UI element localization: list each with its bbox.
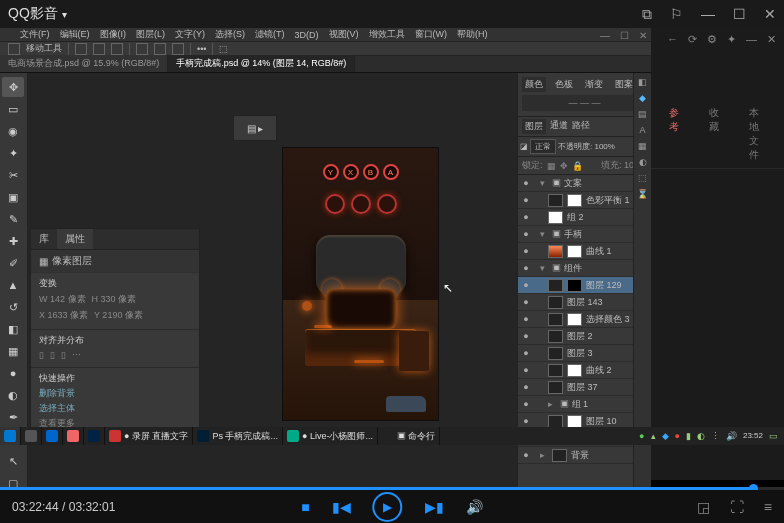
- rail-icon[interactable]: A: [639, 125, 645, 135]
- height-field[interactable]: H 330 像素: [92, 293, 137, 306]
- opacity-field[interactable]: 不透明度: 100%: [558, 141, 615, 152]
- tray-icon[interactable]: ◆: [662, 431, 669, 441]
- taskbar-item[interactable]: ● 录屏 直播文字: [105, 427, 193, 445]
- align-icon[interactable]: ▯: [39, 350, 44, 360]
- side-tab[interactable]: 参考: [669, 106, 679, 162]
- layer-row[interactable]: ●▾▣ 组件: [518, 260, 651, 277]
- tray-icon[interactable]: ●: [639, 431, 644, 441]
- ps-close-icon[interactable]: ✕: [639, 30, 647, 41]
- side-tab[interactable]: 本地文件: [749, 106, 766, 162]
- tool-preset-icon[interactable]: [8, 43, 20, 55]
- lasso-tool-icon[interactable]: ◉: [2, 121, 24, 141]
- wifi-icon[interactable]: ⋮: [711, 431, 720, 441]
- menu-item[interactable]: 滤镜(T): [255, 28, 285, 41]
- rail-icon[interactable]: ◐: [639, 157, 647, 167]
- rail-icon[interactable]: ⌛: [637, 189, 648, 199]
- menu-item[interactable]: 增效工具: [369, 28, 405, 41]
- layer-row[interactable]: ●图层 37: [518, 379, 651, 396]
- width-field[interactable]: W 142 像素: [39, 293, 86, 306]
- color-panel-tab[interactable]: 颜色: [522, 77, 546, 92]
- visibility-icon[interactable]: ●: [520, 382, 532, 392]
- next-button[interactable]: ▶▮: [425, 499, 444, 515]
- frame-tool-icon[interactable]: ▣: [2, 187, 24, 207]
- gradient-tool-icon[interactable]: ▦: [2, 341, 24, 361]
- x-field[interactable]: X 1633 像素: [39, 309, 88, 322]
- menu-item[interactable]: 帮助(H): [457, 28, 488, 41]
- fullscreen-button[interactable]: ⛶: [730, 499, 744, 515]
- visibility-icon[interactable]: ●: [520, 280, 532, 290]
- layer-row[interactable]: ●曲线 2: [518, 362, 651, 379]
- pen-tool-icon[interactable]: ✒: [2, 407, 24, 427]
- align-left-icon[interactable]: [75, 43, 87, 55]
- ps-min-icon[interactable]: —: [600, 30, 610, 41]
- menu-item[interactable]: 图像(I): [100, 28, 127, 41]
- visibility-icon[interactable]: ●: [520, 246, 532, 256]
- align-center-icon[interactable]: [93, 43, 105, 55]
- layer-row[interactable]: ●▸▣ 组 1: [518, 396, 651, 413]
- document-tab[interactable]: 电商场景合成.psd @ 15.9% (RGB/8#): [0, 55, 168, 72]
- history-brush-icon[interactable]: ↺: [2, 297, 24, 317]
- expand-icon[interactable]: ▾: [540, 263, 548, 273]
- expand-icon[interactable]: ▸: [548, 399, 556, 409]
- menu-item[interactable]: 编辑(E): [60, 28, 90, 41]
- tab-properties[interactable]: 属性: [57, 229, 93, 249]
- visibility-icon[interactable]: ●: [520, 212, 532, 222]
- remove-bg-button[interactable]: 删除背景: [39, 387, 191, 400]
- ps-max-icon[interactable]: ☐: [620, 30, 629, 41]
- gear-icon[interactable]: ⚙: [707, 33, 717, 46]
- marquee-tool-icon[interactable]: ▭: [2, 99, 24, 119]
- brush-tool-icon[interactable]: ✐: [2, 253, 24, 273]
- layer-row[interactable]: ●选择颜色 3: [518, 311, 651, 328]
- taskbar-item[interactable]: [42, 427, 63, 445]
- stamp-tool-icon[interactable]: ▲: [2, 275, 24, 295]
- layer-row[interactable]: ●图层 3: [518, 345, 651, 362]
- rail-icon[interactable]: ◆: [639, 93, 646, 103]
- rail-icon[interactable]: ◧: [638, 77, 647, 87]
- lock-all-icon[interactable]: 🔒: [572, 161, 583, 171]
- path-tool-icon[interactable]: ↖: [2, 451, 24, 471]
- layer-row[interactable]: ●图层 2: [518, 328, 651, 345]
- stop-button[interactable]: ■: [301, 499, 309, 515]
- layer-row[interactable]: ●色彩平衡 1: [518, 192, 651, 209]
- min-icon[interactable]: —: [746, 33, 757, 45]
- menu-item[interactable]: 文字(Y): [175, 28, 205, 41]
- playlist-button[interactable]: ≡: [764, 499, 772, 515]
- tray-icon[interactable]: ▴: [651, 431, 656, 441]
- layers-tab[interactable]: 路径: [572, 119, 590, 134]
- color-panel-tab[interactable]: 色板: [552, 77, 576, 92]
- play-button[interactable]: ▶: [373, 492, 403, 522]
- visibility-icon[interactable]: ●: [520, 263, 532, 273]
- dodge-tool-icon[interactable]: ◐: [2, 385, 24, 405]
- heal-tool-icon[interactable]: ✚: [2, 231, 24, 251]
- eraser-tool-icon[interactable]: ◧: [2, 319, 24, 339]
- wand-tool-icon[interactable]: ✦: [2, 143, 24, 163]
- player-title[interactable]: QQ影音 ▾: [8, 5, 67, 23]
- maximize-icon[interactable]: ☐: [733, 6, 746, 23]
- close-icon[interactable]: ✕: [764, 6, 776, 23]
- visibility-icon[interactable]: ●: [520, 195, 532, 205]
- layer-filter-icon[interactable]: ◪: [520, 142, 528, 151]
- blend-mode-select[interactable]: 正常: [530, 139, 556, 154]
- color-panel-tab[interactable]: 渐变: [582, 77, 606, 92]
- lock-pixels-icon[interactable]: ▦: [547, 161, 556, 171]
- align-right-icon[interactable]: [111, 43, 123, 55]
- 3d-mode-icon[interactable]: ⬚: [219, 44, 228, 54]
- more-icon[interactable]: ⋯: [72, 350, 81, 360]
- prev-button[interactable]: ▮◀: [332, 499, 351, 515]
- taskbar-item[interactable]: [0, 427, 21, 445]
- more-icon[interactable]: •••: [197, 44, 206, 54]
- refresh-icon[interactable]: ⟳: [688, 33, 697, 46]
- menu-item[interactable]: 3D(D): [295, 30, 319, 40]
- pip-icon[interactable]: ⧉: [642, 6, 652, 23]
- align-top-icon[interactable]: [136, 43, 148, 55]
- taskbar-item[interactable]: ▣ 命令行: [378, 427, 441, 445]
- move-tool-icon[interactable]: ✥: [2, 77, 24, 97]
- tray-icon[interactable]: ●: [675, 431, 680, 441]
- taskbar-item[interactable]: Ps 手柄完成稿...: [193, 427, 283, 445]
- rail-icon[interactable]: ▦: [638, 141, 647, 151]
- eyedrop-tool-icon[interactable]: ✎: [2, 209, 24, 229]
- layer-row[interactable]: ●曲线 1: [518, 243, 651, 260]
- layers-tab[interactable]: 图层: [522, 119, 546, 134]
- menu-item[interactable]: 图层(L): [136, 28, 165, 41]
- expand-icon[interactable]: ▾: [540, 178, 548, 188]
